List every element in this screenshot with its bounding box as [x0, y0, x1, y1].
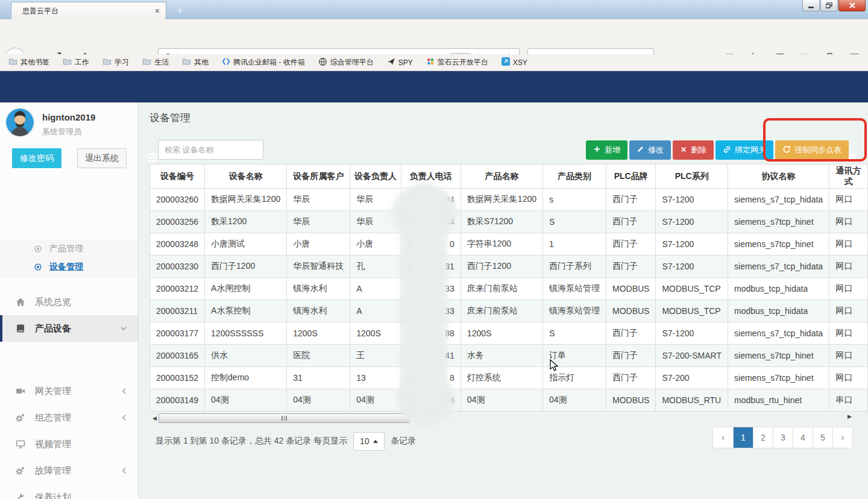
table-cell: 200003177 — [150, 322, 205, 345]
record-summary: 显示第 1 到第 10 条记录，总共 42 条记录 每页显示 10 条记录 — [156, 432, 416, 451]
folder-icon — [182, 57, 191, 67]
table-cell: 小唐 — [350, 233, 401, 256]
logout-button[interactable]: 退出系统 — [77, 148, 127, 168]
bookmark-item[interactable]: 综合管理平台 — [318, 57, 374, 68]
table-cell: 网口 — [829, 278, 868, 300]
table-cell: S7-1200 — [656, 189, 728, 211]
bookmark-item[interactable]: 其他 — [182, 57, 209, 67]
sidebar-item[interactable]: 产品设备 — [0, 315, 138, 342]
table-cell: 网口 — [829, 322, 868, 345]
table-cell: 1200S — [461, 322, 542, 345]
page-size-value: 10 — [360, 436, 370, 446]
table-cell: 庶来门前泵站 — [461, 278, 542, 300]
column-header[interactable]: 设备负责人 — [350, 165, 401, 189]
table-cell: 庶来门前泵站 — [461, 300, 542, 322]
pager-page-1[interactable]: 1 — [733, 427, 753, 448]
bookmark-item[interactable]: 学习 — [102, 57, 129, 67]
close-button[interactable] — [838, 0, 866, 11]
table-cell: 网口 — [829, 345, 868, 367]
table-row[interactable]: 200003212A水闸控制镇海水利A33庶来门前泵站镇海泵站管理MODBUSM… — [150, 278, 868, 300]
table-row[interactable]: 200003230西门子1200华辰智通科技孔131西门子1200西门子系列西门… — [150, 256, 868, 278]
sidebar-item[interactable]: 视频管理 — [0, 431, 138, 457]
hscroll-thumb[interactable] — [159, 413, 410, 423]
table-cell: 200003165 — [150, 345, 205, 367]
browser-tab[interactable]: 思普云平台 × — [11, 2, 166, 19]
table-cell: 200003212 — [150, 278, 205, 300]
table-cell: 西门子 — [606, 211, 656, 233]
column-header[interactable]: 产品类别 — [543, 165, 606, 189]
user-role: 系统管理员 — [42, 127, 81, 137]
sidebar-item-label: 故障管理 — [35, 465, 71, 477]
sidebar-item[interactable]: 保养计划 — [0, 484, 138, 499]
table-cell: 04测 — [205, 389, 287, 412]
cross-icon — [680, 146, 687, 155]
pager-prev[interactable]: ‹ — [713, 427, 733, 448]
new-tab-button[interactable]: + — [171, 4, 189, 19]
device-search-input[interactable] — [158, 140, 263, 160]
table-cell: 镇海泵站管理 — [543, 300, 606, 322]
bookmark-item[interactable]: 生活 — [142, 57, 169, 67]
target-icon — [34, 263, 42, 271]
bookmark-item[interactable]: SPY — [387, 57, 413, 67]
table-cell: 1200S — [350, 322, 401, 345]
column-header[interactable]: 通讯方式 — [829, 165, 868, 189]
table-row[interactable]: 200003211A水泵控制镇海水利A33庶来门前泵站镇海泵站管理MODBUSM… — [150, 300, 868, 322]
page-size-select[interactable]: 10 — [353, 432, 385, 451]
summary-suffix: 条记录 — [391, 436, 416, 447]
column-header[interactable]: PLC系列 — [656, 165, 728, 189]
device-table: 设备编号设备名称设备所属客户设备负责人负责人电话产品名称产品类别PLC品牌PLC… — [149, 164, 868, 412]
bookmark-item[interactable]: 萤石云开放平台 — [426, 57, 488, 67]
column-header[interactable]: 设备编号 — [150, 165, 205, 189]
table-cell: A — [350, 278, 401, 300]
avatar — [6, 108, 34, 136]
sidebar-subitem-active[interactable]: 设备管理 — [0, 258, 138, 276]
pager-page-4[interactable]: 4 — [793, 427, 813, 448]
table-cell: 西门子 — [606, 367, 656, 389]
table-cell: S — [543, 322, 606, 345]
sidebar-item[interactable]: 系统总览 — [0, 289, 138, 315]
tab-title: 思普云平台 — [22, 6, 155, 16]
toolbar-button-新增[interactable]: 新增 — [586, 140, 627, 160]
toolbar-button-删除[interactable]: 删除 — [673, 140, 714, 160]
table-cell: MODBUS — [606, 300, 656, 322]
table-cell: 数采1200 — [205, 211, 287, 233]
table-row[interactable]: 200003248小唐测试小唐小唐10字符串12001西门子S7-1200sie… — [150, 233, 868, 256]
table-cell: 华辰 — [287, 211, 350, 233]
pager-next[interactable]: › — [832, 427, 852, 448]
minimize-button[interactable] — [802, 0, 820, 11]
plus-icon — [593, 145, 601, 155]
bookmark-item[interactable]: 工作 — [63, 57, 89, 67]
plane-icon — [387, 57, 395, 67]
table-row[interactable]: 20000314904测04测04测15804测04测MODBUSMODBUS_… — [150, 389, 868, 412]
bookmark-item[interactable]: 其他书签 — [8, 57, 49, 67]
bookmark-item[interactable]: 腾讯企业邮箱 - 收件箱 — [222, 57, 305, 67]
change-password-button[interactable]: 修改密码 — [12, 148, 61, 168]
sidebar-item[interactable]: 组态管理 — [0, 404, 138, 431]
bookmark-label: SPY — [398, 58, 413, 67]
sidebar-subitem-item[interactable]: 产品管理 — [0, 240, 138, 258]
table-cell: 串口 — [829, 389, 868, 412]
pager-page-3[interactable]: 3 — [773, 427, 793, 448]
column-header[interactable]: 产品名称 — [461, 165, 542, 189]
bookmark-label: 学习 — [115, 57, 129, 67]
table-row[interactable]: 200003260数据网关采集1200华辰华辰104数据网关采集1200s西门子… — [150, 189, 868, 211]
column-header[interactable]: 协议名称 — [728, 165, 829, 189]
restore-button[interactable] — [820, 0, 838, 11]
table-row[interactable]: 200003256数采1200华辰华辰104数采S71200S西门子S7-120… — [150, 211, 868, 233]
sidebar-item[interactable]: 故障管理 — [0, 457, 138, 484]
toolbar-button-修改[interactable]: 修改 — [629, 140, 671, 160]
table-row[interactable]: 200003152控制demo311318灯控系统指示灯西门子S7-200sie… — [150, 367, 868, 389]
bookmark-item[interactable]: XSY — [502, 57, 527, 67]
hscroll-right-arrow[interactable]: ▶ — [848, 413, 852, 419]
tab-close-icon[interactable]: × — [155, 6, 160, 16]
monitor-icon — [16, 439, 25, 449]
column-header[interactable]: 设备所属客户 — [287, 165, 350, 189]
table-row[interactable]: 200003165供水医院王41水务订单西门子S7-200-SMARTsieme… — [150, 345, 868, 367]
sidebar-item[interactable]: 网关管理 — [0, 378, 138, 404]
table-row[interactable]: 2000031771200SSSSSS1200S1200S881200SS西门子… — [150, 322, 868, 345]
pager-page-5[interactable]: 5 — [813, 427, 832, 448]
pager-page-2[interactable]: 2 — [753, 427, 773, 448]
column-header[interactable]: PLC品牌 — [606, 165, 656, 189]
hscroll-left-arrow[interactable]: ◀ — [151, 413, 159, 423]
column-header[interactable]: 设备名称 — [205, 165, 287, 189]
